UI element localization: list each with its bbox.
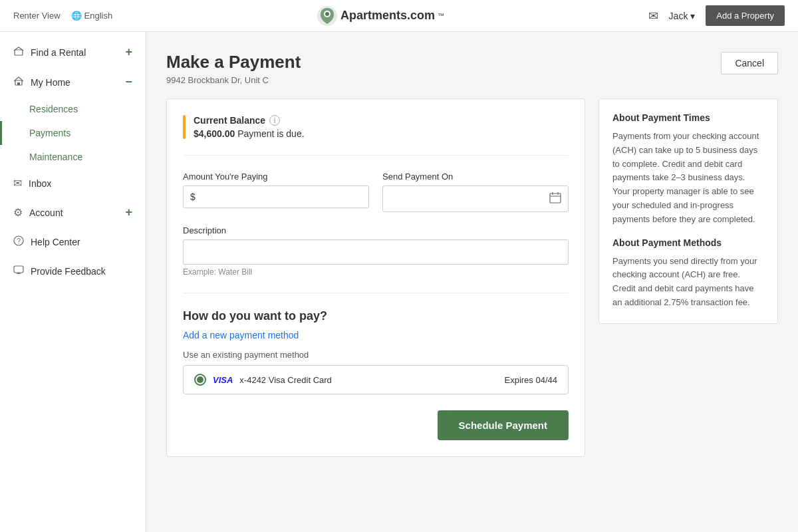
sidebar-sub-my-home: Residences Payments Maintenance (0, 97, 146, 169)
payment-times-text: Payments from your checking account (ACH… (612, 130, 764, 227)
sidebar-item-label: Account (29, 207, 63, 218)
card-info: x-4242 Visa Credit Card (239, 375, 332, 385)
date-label: Send Payment On (382, 172, 569, 182)
svg-text:?: ? (17, 237, 21, 245)
add-payment-link[interactable]: Add a new payment method (183, 330, 299, 340)
balance-label: Current Balance i (194, 115, 305, 126)
svg-point-2 (325, 12, 329, 16)
sidebar-item-label: Help Center (31, 237, 80, 247)
description-input[interactable] (183, 239, 569, 265)
page-header: Make a Payment 9942 Brockbank Dr, Unit C… (166, 52, 778, 85)
visa-label: VISA (213, 375, 233, 385)
payment-option-left: VISA x-4242 Visa Credit Card (194, 374, 332, 386)
renter-view-label[interactable]: Renter View (13, 11, 61, 21)
cancel-button[interactable]: Cancel (721, 52, 778, 74)
balance-info-icon[interactable]: i (269, 115, 280, 126)
radio-selected (194, 374, 206, 386)
balance-info: Current Balance i $4,600.00 Payment is d… (194, 115, 305, 139)
topnav: Renter View 🌐 English Apartments.com ™ ✉… (0, 0, 798, 32)
date-group: Send Payment On 01/29/2025 (382, 172, 569, 212)
page-header-text: Make a Payment 9942 Brockbank Dr, Unit C (166, 52, 301, 85)
amount-date-row: Amount You're Paying $ Send Payment On 0… (183, 172, 569, 212)
payment-times-title: About Payment Times (612, 112, 764, 123)
content-area: Current Balance i $4,600.00 Payment is d… (166, 98, 778, 457)
sidebar-item-label: My Home (31, 77, 70, 88)
schedule-payment-button[interactable]: Schedule Payment (438, 410, 569, 440)
layout: Find a Rental + My Home − Residences Pay… (0, 32, 798, 532)
inbox-icon: ✉ (13, 177, 22, 190)
payment-methods-text: Payments you send directly from your che… (612, 255, 764, 310)
date-input-wrap: 01/29/2025 (382, 186, 569, 212)
balance-label-text: Current Balance (194, 115, 265, 126)
topnav-right: ✉ Jack ▾ Add a Property (648, 5, 785, 26)
user-dropdown[interactable]: Jack ▾ (669, 11, 696, 21)
dollar-prefix: $ (184, 186, 202, 207)
svg-rect-5 (17, 82, 20, 85)
residences-label: Residences (29, 104, 78, 114)
sidebar-item-label: Find a Rental (31, 47, 86, 58)
sidebar-item-maintenance[interactable]: Maintenance (0, 145, 146, 169)
maintenance-label: Maintenance (29, 152, 82, 162)
payment-method-section: How do you want to pay? Add a new paymen… (183, 293, 569, 394)
sidebar-item-find-rental[interactable]: Find a Rental + (0, 37, 146, 67)
balance-status: Payment is due. (237, 128, 304, 139)
sidebar-item-help-center[interactable]: ? Help Center (0, 227, 146, 257)
existing-label: Use an existing payment method (183, 350, 569, 360)
svg-rect-8 (14, 266, 23, 273)
sidebar-item-payments[interactable]: Payments (0, 121, 146, 145)
sidebar-item-provide-feedback[interactable]: Provide Feedback (0, 257, 146, 286)
account-icon: ⚙ (13, 206, 23, 219)
sidebar-item-label: Inbox (29, 178, 51, 189)
sidebar-item-residences[interactable]: Residences (0, 97, 146, 121)
amount-input-wrap: $ (183, 186, 369, 208)
language-selector[interactable]: 🌐 English (71, 11, 113, 21)
chevron-down-icon: ▾ (690, 11, 695, 21)
sidebar-item-account[interactable]: ⚙ Account + (0, 198, 146, 227)
page-subtitle: 9942 Brockbank Dr, Unit C (166, 75, 301, 85)
account-plus-icon[interactable]: + (125, 205, 132, 219)
sidebar: Find a Rental + My Home − Residences Pay… (0, 32, 146, 532)
balance-amount-value: $4,600.00 (194, 128, 235, 139)
find-rental-plus-icon[interactable]: + (125, 45, 132, 59)
amount-group: Amount You're Paying $ (183, 172, 369, 212)
logo-text: Apartments.com (340, 9, 435, 23)
balance-bar (183, 115, 186, 139)
sidebar-item-label: Provide Feedback (31, 266, 106, 277)
find-rental-icon (13, 46, 24, 59)
balance-section: Current Balance i $4,600.00 Payment is d… (183, 115, 569, 156)
mail-icon[interactable]: ✉ (648, 9, 658, 23)
topnav-left: Renter View 🌐 English (13, 11, 112, 21)
logo-tm: ™ (438, 12, 444, 19)
globe-icon: 🌐 (71, 11, 82, 21)
description-hint: Example: Water Bill (183, 267, 569, 277)
sidebar-item-inbox[interactable]: ✉ Inbox (0, 169, 146, 198)
payment-methods-title: About Payment Methods (612, 237, 764, 248)
date-input[interactable]: 01/29/2025 (383, 188, 543, 209)
logo: Apartments.com ™ (317, 5, 444, 27)
info-panel: About Payment Times Payments from your c… (598, 98, 778, 457)
help-center-icon: ? (13, 235, 24, 249)
svg-rect-3 (15, 50, 23, 55)
main-content: Make a Payment 9942 Brockbank Dr, Unit C… (146, 32, 798, 532)
amount-input[interactable] (202, 186, 368, 207)
payment-form-card: Current Balance i $4,600.00 Payment is d… (166, 98, 585, 457)
sidebar-item-my-home[interactable]: My Home − (0, 67, 146, 97)
user-name-label: Jack (669, 11, 688, 21)
description-group: Description Example: Water Bill (183, 225, 569, 277)
payments-label: Payments (29, 128, 70, 138)
amount-label: Amount You're Paying (183, 172, 369, 182)
feedback-icon (13, 265, 24, 278)
page-title: Make a Payment (166, 52, 301, 72)
info-card: About Payment Times Payments from your c… (598, 98, 778, 324)
payment-section-title: How do you want to pay? (183, 309, 569, 323)
my-home-icon (13, 76, 24, 89)
my-home-minus-icon[interactable]: − (125, 75, 132, 89)
logo-icon (317, 5, 338, 27)
schedule-btn-wrap: Schedule Payment (183, 410, 569, 440)
card-expires: Expires 04/44 (505, 375, 558, 385)
payment-option-visa[interactable]: VISA x-4242 Visa Credit Card Expires 04/… (183, 365, 569, 394)
language-label: English (84, 11, 113, 21)
add-property-button[interactable]: Add a Property (706, 5, 785, 26)
balance-amount: $4,600.00 Payment is due. (194, 128, 305, 139)
calendar-icon[interactable] (543, 186, 568, 211)
